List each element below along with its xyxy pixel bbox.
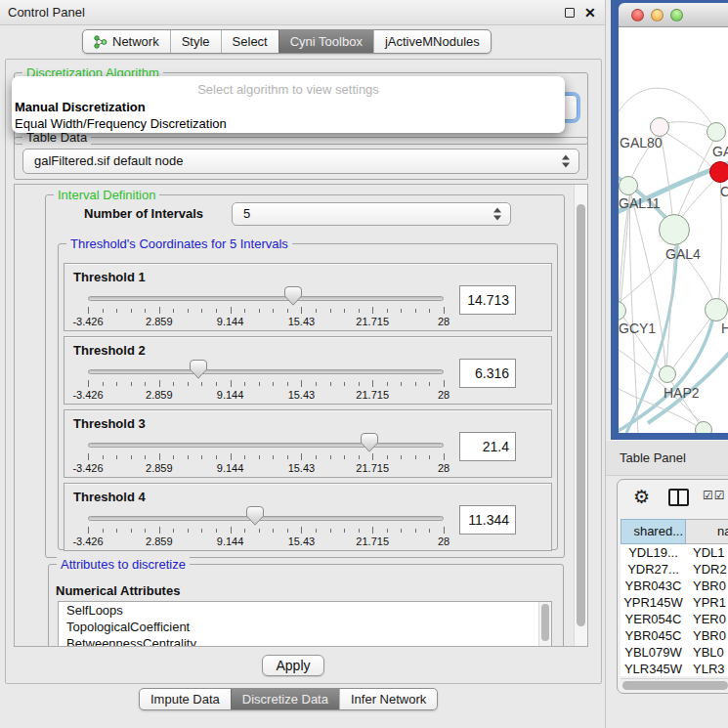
node-table: shared... na YDL19... YDL1 YDR27... YDR2… [621, 519, 728, 676]
cell[interactable]: YBR045C [621, 627, 686, 644]
table-row[interactable]: YER054C YER0 [621, 611, 728, 627]
settings-scrollbar[interactable] [574, 185, 587, 646]
slider-track[interactable] [88, 516, 444, 521]
table-data-group: Table Data galFiltered.sif default node [14, 137, 588, 180]
combobox-value: 5 [243, 203, 250, 225]
list-item[interactable]: SelfLoops [59, 602, 551, 619]
table-row[interactable]: YDR27... YDR2 [621, 561, 728, 578]
threshold-1-value-field[interactable]: 14.713 [459, 285, 516, 315]
mac-minimize-button[interactable] [651, 9, 664, 21]
apply-button[interactable]: Apply [262, 655, 324, 676]
tab-network[interactable]: Network [83, 30, 170, 53]
network-window-titlebar[interactable] [619, 3, 728, 27]
slider-ticks [88, 453, 444, 461]
threshold-4-panel: Threshold 4 -3.4262.8599.14415.4321.7152… [64, 483, 552, 551]
scrollbar-thumb[interactable] [622, 681, 728, 690]
table-row[interactable]: YBR045C YBR0 [621, 627, 728, 644]
mac-close-button[interactable] [631, 9, 644, 21]
network-node-gal4[interactable] [659, 214, 690, 245]
cell[interactable]: YPR1 [686, 594, 728, 611]
scrollbar-thumb[interactable] [541, 604, 549, 641]
table-row[interactable]: YBR043C YBR0 [621, 578, 728, 594]
column-layout-icon[interactable] [668, 489, 689, 506]
tab-cyni-toolbox[interactable]: Cyni Toolbox [278, 30, 373, 53]
table-horizontal-scrollbar[interactable] [621, 678, 728, 691]
dropdown-hint: Select algorithm to view settings [12, 80, 565, 99]
slider-track[interactable] [88, 369, 444, 374]
cell[interactable]: YBR0 [686, 627, 728, 644]
network-node-hap2[interactable] [659, 365, 676, 383]
top-tab-bar: Network Style Select Cyni Toolbox jActiv… [82, 29, 492, 54]
cell[interactable]: YDL1 [686, 544, 728, 561]
list-item[interactable]: TopologicalCoefficient [59, 619, 551, 635]
network-node-gal80[interactable] [650, 117, 669, 137]
threshold-1-slider[interactable]: -3.4262.8599.14415.4321.71528 [88, 289, 444, 330]
cell[interactable]: YPR145W [621, 594, 686, 611]
node-label: H [721, 321, 728, 336]
tab-infer-network[interactable]: Infer Network [339, 689, 437, 709]
table-row[interactable]: YDL19... YDL1 [621, 544, 728, 561]
list-scrollbar[interactable] [538, 602, 551, 647]
network-node[interactable] [695, 421, 712, 433]
cell[interactable]: YLR345W [621, 661, 686, 676]
node-label: HAP2 [664, 385, 700, 401]
dropdown-option-manual-discretization[interactable]: Manual Discretization [12, 99, 565, 115]
threshold-3-slider[interactable]: -3.4262.8599.14415.4321.71528 [88, 436, 444, 477]
table-panel-title: Table Panel [620, 441, 686, 476]
numerical-attributes-list[interactable]: SelfLoops TopologicalCoefficient Between… [58, 601, 552, 647]
network-node-red[interactable] [709, 161, 728, 183]
threshold-3-value-field[interactable]: 21.4 [459, 432, 516, 461]
network-canvas[interactable]: GAL80 GA C GAL11 GAL4 GCY1 H HAP2 [619, 27, 728, 433]
network-node-gal11[interactable] [619, 176, 638, 195]
cell[interactable]: YDL19... [621, 544, 686, 561]
slider-thumb[interactable] [361, 433, 378, 452]
cell[interactable]: YDR2 [686, 561, 728, 578]
tab-jactivemnodules[interactable]: jActiveMNodules [373, 30, 491, 53]
threshold-4-value-field[interactable]: 11.344 [459, 505, 516, 535]
slider-track[interactable] [88, 296, 444, 301]
cell[interactable]: YBR043C [621, 578, 686, 594]
network-node[interactable] [705, 298, 728, 321]
close-icon[interactable]: ✕ [584, 4, 596, 21]
threshold-2-value-field[interactable]: 6.316 [459, 359, 516, 388]
threshold-4-slider[interactable]: -3.4262.8599.14415.4321.71528 [88, 509, 444, 550]
tab-select[interactable]: Select [221, 30, 278, 53]
tab-impute-data[interactable]: Impute Data [140, 689, 231, 709]
tab-discretize-data[interactable]: Discretize Data [231, 689, 339, 709]
float-window-icon[interactable] [565, 8, 575, 18]
threshold-2-slider[interactable]: -3.4262.8599.14415.4321.71528 [88, 363, 444, 404]
column-header-shared-name[interactable]: shared... [621, 519, 686, 544]
cell[interactable]: YBR0 [686, 578, 728, 594]
threshold-label: Threshold 2 [73, 343, 146, 358]
cell[interactable]: YER054C [621, 611, 686, 627]
list-item[interactable]: BetweennessCentrality [59, 635, 551, 647]
slider-thumb[interactable] [246, 506, 264, 526]
cell[interactable]: YER0 [686, 611, 728, 627]
node-label: GAL80 [620, 135, 663, 150]
slider-track[interactable] [88, 443, 444, 448]
mac-zoom-button[interactable] [670, 9, 683, 21]
threshold-label: Threshold 3 [73, 416, 146, 431]
network-node[interactable] [707, 122, 726, 142]
gear-icon[interactable]: ⚙ [633, 486, 650, 508]
slider-thumb[interactable] [190, 360, 207, 379]
slider-thumb[interactable] [284, 286, 302, 306]
select-columns-icon[interactable]: ☑☑ [703, 489, 726, 502]
table-data-combobox[interactable]: galFiltered.sif default node [22, 149, 579, 174]
cell[interactable]: YLR3 [686, 661, 728, 676]
cell[interactable]: YDR27... [621, 561, 686, 578]
table-row[interactable]: YLR345W YLR3 [621, 661, 728, 676]
tab-style[interactable]: Style [170, 30, 221, 53]
dropdown-option-equal-width-frequency[interactable]: Equal Width/Frequency Discretization [12, 115, 565, 132]
numerical-attributes-label: Numerical Attributes [56, 583, 180, 598]
scrollbar-thumb[interactable] [577, 204, 585, 626]
table-row[interactable]: YPR145W YPR1 [621, 594, 728, 611]
number-of-intervals-combobox[interactable]: 5 [232, 202, 511, 226]
network-icon [94, 35, 107, 49]
cell[interactable]: YBL079W [621, 644, 686, 661]
cell[interactable]: YBL0 [686, 644, 728, 661]
table-row[interactable]: YBL079W YBL0 [621, 644, 728, 661]
column-header-name[interactable]: na [686, 519, 728, 544]
tab-label: Impute Data [150, 692, 220, 707]
group-title: Interval Definition [54, 188, 159, 202]
